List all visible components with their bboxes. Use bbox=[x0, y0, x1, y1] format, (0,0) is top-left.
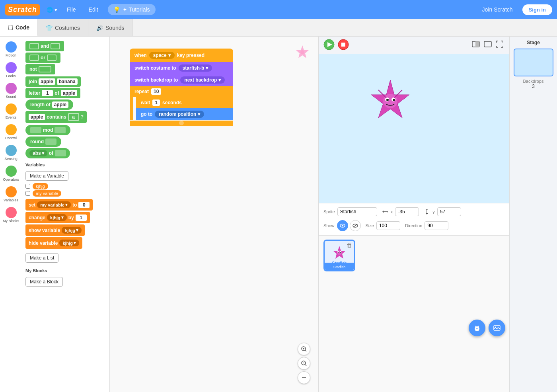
sidebar-item-control[interactable]: Control bbox=[1, 123, 21, 142]
sidebar-item-myblocks[interactable]: My Blocks bbox=[1, 205, 21, 224]
costume-dropdown[interactable]: starfish-b ▾ bbox=[179, 64, 212, 72]
abs-dropdown[interactable]: abs ▾ bbox=[29, 150, 47, 156]
set-value[interactable]: 0 bbox=[78, 202, 90, 208]
join-arg2[interactable]: banana bbox=[57, 78, 78, 85]
scratch-logo[interactable]: Scratch bbox=[5, 4, 40, 16]
file-menu[interactable]: File bbox=[64, 5, 79, 14]
starfish-sprite-thumb[interactable]: 🗑 Starfish Starfish bbox=[323, 240, 355, 271]
sidebar-item-sensing[interactable]: Sensing bbox=[1, 143, 21, 162]
sign-in-button[interactable]: Sign in bbox=[522, 4, 552, 15]
tutorials-button[interactable]: 💡 ✦ Tutorials bbox=[108, 4, 156, 15]
or-block[interactable]: or bbox=[25, 53, 106, 63]
abs-of-block[interactable]: abs ▾ of bbox=[25, 148, 106, 158]
event-trigger-block[interactable]: when space ▾ key pressed bbox=[130, 49, 233, 62]
globe-button[interactable]: 🌐 ▾ bbox=[47, 7, 57, 13]
x-input[interactable] bbox=[395, 207, 419, 216]
contains-block[interactable]: apple contains a ? bbox=[25, 111, 106, 123]
sidebar-item-motion[interactable]: Motion bbox=[1, 40, 21, 59]
y-input[interactable] bbox=[437, 207, 461, 216]
repeat-block[interactable]: repeat 10 wait 1 seconds go to bbox=[130, 86, 233, 126]
sidebar-item-looks[interactable]: Looks bbox=[1, 60, 21, 80]
change-var-dropdown[interactable]: kjhjg ▾ bbox=[47, 214, 67, 221]
sprite-show-row: Show bbox=[323, 220, 504, 231]
playback-controls bbox=[323, 39, 349, 51]
show-visible-button[interactable] bbox=[337, 220, 348, 231]
wait-block[interactable]: wait 1 seconds bbox=[136, 97, 233, 108]
letter-of-label: of bbox=[55, 90, 59, 96]
contains-arg2[interactable]: a bbox=[68, 113, 79, 121]
wait-count[interactable]: 1 bbox=[152, 99, 160, 106]
make-list-button[interactable]: Make a List bbox=[25, 253, 58, 263]
make-block-button[interactable]: Make a Block bbox=[25, 277, 63, 287]
zoom-reset-button[interactable] bbox=[298, 371, 310, 384]
switch-costume-block[interactable]: switch costume to starfish-b ▾ bbox=[130, 62, 233, 74]
show-var-dropdown[interactable]: kjhjg ▾ bbox=[62, 227, 82, 234]
var2-checkbox[interactable] bbox=[25, 191, 30, 196]
direction-input[interactable] bbox=[425, 221, 448, 230]
mod-block[interactable]: mod bbox=[25, 125, 106, 135]
starfish-character bbox=[366, 78, 414, 126]
tab-sounds[interactable]: 🔊 Sounds bbox=[88, 19, 132, 36]
contains-arg1[interactable]: apple bbox=[29, 114, 45, 120]
sprite-name-input[interactable] bbox=[337, 207, 377, 216]
length-of-block[interactable]: length of apple bbox=[25, 99, 106, 110]
fullscreen-button[interactable] bbox=[495, 39, 504, 51]
letter-arg[interactable]: apple bbox=[61, 90, 77, 96]
join-label: join bbox=[29, 79, 37, 84]
zoom-out-button[interactable] bbox=[298, 357, 310, 370]
green-flag-button[interactable] bbox=[323, 39, 335, 51]
not-label: not bbox=[29, 66, 37, 72]
change-variable-block[interactable]: change kjhjg ▾ by 1 bbox=[25, 212, 106, 223]
backdrop-dropdown[interactable]: next backdrop ▾ bbox=[180, 76, 225, 84]
add-sprite-fab[interactable] bbox=[469, 320, 485, 336]
join-block[interactable]: join apple banana bbox=[25, 76, 106, 87]
show-variable-block[interactable]: show variable kjhjg ▾ bbox=[25, 224, 106, 236]
goto-dropdown[interactable]: random position ▾ bbox=[155, 111, 204, 118]
edit-menu[interactable]: Edit bbox=[86, 5, 101, 14]
hide-var-dropdown[interactable]: kjhjg ▾ bbox=[59, 240, 79, 246]
tab-costumes[interactable]: 👕 Costumes bbox=[38, 19, 88, 36]
round-block[interactable]: round bbox=[25, 137, 106, 147]
join-scratch-link[interactable]: Join Scratch bbox=[479, 5, 516, 14]
zoom-in-icon bbox=[301, 346, 307, 352]
set-variable-block[interactable]: set my variable ▾ to 0 bbox=[25, 199, 106, 211]
normal-stage-button[interactable] bbox=[483, 39, 493, 51]
and-block[interactable]: and bbox=[25, 41, 106, 51]
length-arg[interactable]: apple bbox=[52, 101, 68, 108]
var1-checkbox[interactable] bbox=[25, 184, 30, 189]
letter-of-block[interactable]: letter 1 of apple bbox=[25, 88, 106, 98]
sprite-delete-btn[interactable]: 🗑 bbox=[347, 242, 352, 248]
change-value[interactable]: 1 bbox=[76, 215, 87, 221]
zoom-in-button[interactable] bbox=[298, 343, 310, 355]
goto-block[interactable]: go to random position ▾ bbox=[136, 108, 233, 120]
sidebar-item-operators[interactable]: Operators bbox=[1, 164, 21, 183]
set-var-dropdown[interactable]: my variable ▾ bbox=[37, 201, 71, 208]
costumes-tab-label: Costumes bbox=[55, 25, 80, 31]
show-hidden-button[interactable] bbox=[350, 220, 361, 231]
repeat-count[interactable]: 10 bbox=[151, 88, 161, 95]
set-label: set bbox=[29, 202, 35, 208]
repeat-header[interactable]: repeat 10 bbox=[130, 86, 233, 97]
sidebar-item-variables[interactable]: Variables bbox=[1, 185, 21, 204]
sidebar-item-sound[interactable]: Sound bbox=[1, 81, 21, 100]
starfish-decoration bbox=[294, 45, 310, 63]
join-arg1[interactable]: apple bbox=[39, 78, 55, 85]
svg-marker-30 bbox=[426, 213, 428, 215]
switch-backdrop-block[interactable]: switch backdrop to next backdrop ▾ bbox=[130, 74, 233, 86]
add-backdrop-fab[interactable] bbox=[489, 320, 505, 336]
hide-variable-block[interactable]: hide variable kjhjg ▾ bbox=[25, 237, 106, 249]
stage-backdrop-mini[interactable] bbox=[514, 49, 553, 76]
size-input[interactable] bbox=[376, 221, 400, 230]
not-block[interactable]: not bbox=[25, 64, 106, 74]
make-variable-button[interactable]: Make a Variable bbox=[25, 171, 68, 181]
small-stage-button[interactable] bbox=[471, 39, 481, 51]
repeat-label: repeat bbox=[134, 89, 149, 94]
tab-code[interactable]: ⬚ Code bbox=[0, 19, 38, 36]
backdrops-count: 3 bbox=[532, 84, 535, 89]
space-key-dropdown[interactable]: space ▾ bbox=[149, 52, 175, 59]
svg-marker-27 bbox=[387, 211, 388, 213]
letter-num[interactable]: 1 bbox=[42, 90, 53, 96]
seconds-label: seconds bbox=[162, 100, 182, 105]
stop-button[interactable] bbox=[338, 39, 349, 51]
sidebar-item-events[interactable]: Events bbox=[1, 102, 21, 121]
